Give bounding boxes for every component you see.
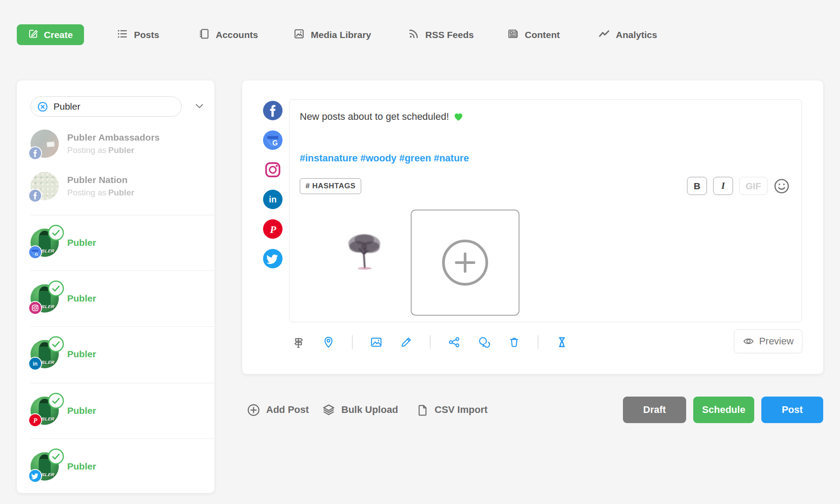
account-name: Publer Ambassadors [67, 132, 160, 143]
emoji-picker-icon[interactable] [774, 178, 790, 194]
account-item-publer-ambassadors[interactable]: Publer Ambassadors Posting asPubler [31, 122, 209, 165]
add-post-label: Add Post [266, 404, 309, 416]
gif-button[interactable]: GIF [739, 177, 767, 195]
account-item-publer-pinterest[interactable]: PUBLER Publer [31, 389, 209, 432]
account-item-publer-google[interactable]: PUBLER Publer [31, 221, 209, 264]
file-icon [416, 404, 429, 416]
account-name: Publer Nation [67, 175, 134, 185]
app-window: Create Posts Accounts Media Library RSS … [0, 0, 840, 504]
divider [31, 271, 214, 271]
add-media-button[interactable] [411, 210, 519, 316]
post-text[interactable]: New posts about to get scheduled! [300, 111, 464, 122]
delete-trash-icon[interactable] [508, 336, 521, 349]
account-item-publer-twitter[interactable]: PUBLER Publer [31, 445, 209, 488]
pinterest-badge-icon [29, 414, 41, 426]
network-toggle-column [263, 101, 283, 268]
divider [538, 335, 538, 349]
account-item-publer-instagram[interactable]: PUBLER Publer [31, 277, 209, 320]
facebook-badge-icon [29, 190, 41, 202]
clear-search-icon[interactable] [37, 101, 48, 112]
schedule-button[interactable]: Schedule [693, 397, 754, 423]
tab-label: Analytics [616, 30, 657, 40]
tab-label: Media Library [311, 30, 371, 40]
instagram-badge-icon [29, 302, 41, 314]
divider [430, 335, 431, 349]
bulk-upload-label: Bulk Upload [341, 404, 398, 416]
selected-check-icon [48, 336, 64, 352]
format-toolbar: B I GIF [687, 177, 790, 195]
create-pencil-icon [28, 28, 38, 41]
tab-label: Posts [134, 30, 159, 40]
post-tools [292, 333, 569, 351]
account-item-publer-nation[interactable]: Publer Nation Posting asPubler [31, 165, 209, 207]
posting-as-text: Posting asPubler [67, 188, 134, 198]
share-icon[interactable] [447, 336, 461, 349]
comments-icon[interactable] [477, 336, 491, 349]
tab-media-library[interactable]: Media Library [293, 26, 371, 44]
tab-content[interactable]: Content [507, 26, 560, 44]
post-composer: New posts about to get scheduled! #insta… [242, 80, 823, 374]
add-post-button[interactable]: Add Post [247, 401, 309, 418]
italic-button[interactable]: I [713, 177, 733, 195]
draft-button[interactable]: Draft [623, 397, 686, 423]
selected-check-icon [48, 448, 64, 465]
posting-as-prefix: Posting as [67, 145, 107, 155]
tab-rss-feeds[interactable]: RSS Feeds [408, 26, 474, 44]
tab-analytics[interactable]: Analytics [598, 26, 657, 44]
account-name: Publer [67, 237, 96, 248]
twitter-icon[interactable] [263, 249, 283, 268]
schedule-hourglass-icon[interactable] [555, 336, 569, 349]
account-search-input[interactable]: Publer [31, 96, 182, 117]
bold-button[interactable]: B [687, 177, 707, 195]
post-hashtags[interactable]: #instanature #woody #green #nature [300, 153, 469, 164]
post-button[interactable]: Post [761, 397, 823, 423]
tab-accounts[interactable]: Accounts [198, 26, 258, 44]
layers-icon [322, 403, 336, 417]
bulk-upload-button[interactable]: Bulk Upload [322, 401, 398, 418]
divider [31, 215, 214, 215]
create-button-label: Create [44, 30, 73, 40]
location-pin-icon[interactable] [322, 336, 335, 349]
avatar: PUBLER [31, 229, 59, 257]
csv-import-button[interactable]: CSV Import [416, 401, 488, 418]
edit-pencil-icon[interactable] [400, 336, 413, 349]
selected-check-icon [48, 393, 64, 409]
linkedin-badge-icon [29, 358, 41, 370]
posting-as-text: Posting asPubler [67, 145, 160, 155]
divider [31, 383, 214, 383]
media-thumbnail[interactable] [299, 210, 404, 314]
pinterest-icon[interactable] [263, 219, 283, 239]
divider [352, 335, 353, 349]
instagram-icon[interactable] [263, 160, 283, 179]
facebook-icon[interactable] [263, 101, 283, 120]
add-image-icon[interactable] [370, 336, 383, 349]
account-item-publer-linkedin[interactable]: PUBLER Publer [31, 333, 209, 375]
circle-plus-icon [247, 403, 260, 417]
avatar: PUBLER [31, 397, 59, 425]
account-name: Publer [67, 349, 96, 359]
linkedin-icon[interactable] [263, 190, 283, 209]
preview-label: Preview [759, 336, 794, 347]
hashtags-button[interactable]: # HASHTAGS [300, 178, 361, 194]
divider [31, 326, 214, 327]
avatar: PUBLER [31, 340, 59, 368]
media-library-icon [293, 28, 305, 42]
create-button[interactable]: Create [17, 24, 84, 45]
posts-icon [116, 28, 128, 42]
green-heart-emoji [453, 111, 464, 122]
csv-import-label: CSV Import [435, 404, 488, 416]
tab-posts[interactable]: Posts [116, 26, 159, 44]
content-icon [507, 28, 519, 42]
preview-button[interactable]: Preview [734, 329, 802, 353]
google-my-business-icon[interactable] [263, 130, 283, 150]
google-my-business-badge-icon [29, 246, 41, 258]
signpost-label-icon[interactable] [292, 336, 305, 349]
selected-check-icon [48, 280, 64, 297]
posting-as-value: Publer [108, 188, 134, 197]
search-value: Publer [53, 101, 80, 112]
post-editor[interactable]: New posts about to get scheduled! #insta… [289, 99, 802, 322]
tab-label: Accounts [216, 30, 258, 40]
tab-label: Content [525, 30, 560, 40]
chevron-down-icon[interactable] [194, 101, 205, 113]
plus-icon [442, 240, 488, 286]
